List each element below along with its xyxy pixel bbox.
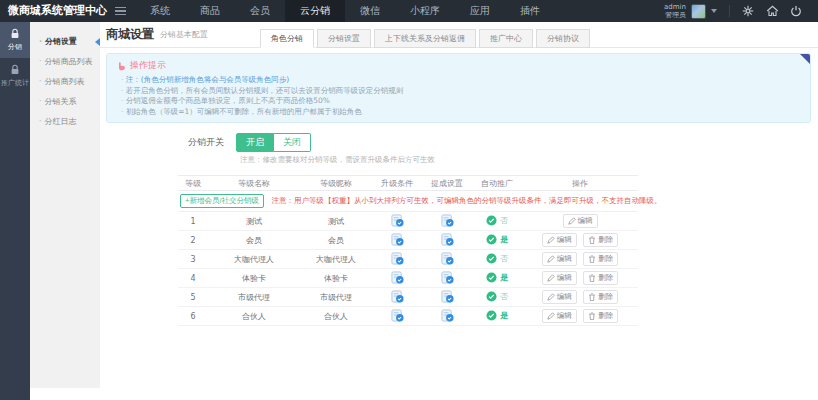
notice-line: 初始角色（等级=1）可编辑不可删除，所有新增的用户都属于初始角色 bbox=[116, 107, 801, 118]
cell-name: 市级代理 bbox=[208, 288, 300, 307]
delete-button[interactable]: 删除 bbox=[583, 309, 618, 323]
notice-title: 操作提示 bbox=[130, 59, 166, 72]
trash-icon bbox=[588, 312, 596, 320]
edit-button[interactable]: 编辑 bbox=[542, 290, 577, 304]
delete-button[interactable]: 删除 bbox=[583, 252, 618, 266]
auto-promote-status: 否 bbox=[500, 215, 508, 226]
circle-check-icon bbox=[486, 272, 497, 283]
topnav-item-distribution[interactable]: 云分销 bbox=[285, 0, 345, 22]
module-label: 推广统计 bbox=[1, 78, 29, 88]
table-row: 3 大咖代理人 大咖代理人 否 编辑 删除 bbox=[178, 250, 638, 269]
trash-icon bbox=[588, 236, 596, 244]
topnav-item-system[interactable]: 系统 bbox=[135, 0, 185, 22]
switch-on-button[interactable]: 开启 bbox=[236, 133, 274, 152]
circle-check-icon bbox=[486, 291, 497, 302]
auto-promote-status: 是 bbox=[500, 310, 508, 321]
topnav-item-wechat[interactable]: 微信 bbox=[345, 0, 395, 22]
cell-name: 会员 bbox=[208, 231, 300, 250]
sidebar-module-promo-stats[interactable]: 推广统计 bbox=[0, 58, 30, 94]
switch-label: 分销开关 bbox=[188, 136, 224, 149]
cell-name: 体验卡 bbox=[208, 269, 300, 288]
page-title: 商城设置 bbox=[106, 26, 154, 43]
topbar: 微商城系统管理中心 系统 商品 会员 云分销 微信 小程序 应用 插件 admi… bbox=[0, 0, 818, 22]
cell-name: 大咖代理人 bbox=[208, 250, 300, 269]
upgrade-condition-icon[interactable] bbox=[391, 239, 404, 248]
submenu-item-dividend-log[interactable]: 分红日志 bbox=[30, 112, 100, 132]
cell-level: 6 bbox=[178, 307, 208, 326]
delete-button[interactable]: 删除 bbox=[583, 233, 618, 247]
username: admin bbox=[664, 3, 686, 11]
lock-icon bbox=[9, 28, 21, 40]
cell-nick: 体验卡 bbox=[300, 269, 372, 288]
topnav-item-miniapp[interactable]: 小程序 bbox=[395, 0, 455, 22]
upgrade-condition-icon[interactable] bbox=[391, 315, 404, 324]
commission-setting-icon[interactable] bbox=[441, 315, 454, 324]
topnav-item-apps[interactable]: 应用 bbox=[455, 0, 505, 22]
trash-icon bbox=[588, 255, 596, 263]
edit-button[interactable]: 编辑 bbox=[542, 271, 577, 285]
commission-setting-icon[interactable] bbox=[441, 239, 454, 248]
commission-setting-icon[interactable] bbox=[441, 296, 454, 305]
cell-nick: 会员 bbox=[300, 231, 372, 250]
upgrade-condition-icon[interactable] bbox=[391, 220, 404, 229]
pencil-icon bbox=[547, 255, 555, 263]
brand-logo: 微商城系统管理中心 bbox=[0, 0, 115, 22]
edit-button[interactable]: 编辑 bbox=[563, 214, 598, 228]
col-actions: 操作 bbox=[522, 176, 638, 191]
distribution-switch-row: 分销开关 开启 关闭 bbox=[100, 133, 818, 152]
topnav-item-member[interactable]: 会员 bbox=[235, 0, 285, 22]
submenu-panel: 分销设置 分销商品列表 分销商列表 分销关系 分红日志 bbox=[30, 22, 100, 388]
commission-setting-icon[interactable] bbox=[441, 220, 454, 229]
tab-distribution-settings[interactable]: 分销设置 bbox=[317, 29, 371, 48]
avatar[interactable] bbox=[691, 4, 706, 19]
app-window: 微商城系统管理中心 系统 商品 会员 云分销 微信 小程序 应用 插件 admi… bbox=[0, 0, 818, 400]
tab-distribution-agreement[interactable]: 分销协议 bbox=[536, 29, 590, 48]
sidebar-module-distribution[interactable]: 分销 bbox=[0, 22, 30, 58]
tab-promotion-center[interactable]: 推广中心 bbox=[479, 29, 533, 48]
tab-bar: 角色分销 分销设置 上下线关系及分销返佣 推广中心 分销协议 bbox=[260, 29, 593, 48]
table-toolbar-row: +新增会员/社交分销级 注意：用户等级【权重】从小到大排列方可生效，可编辑角色的… bbox=[178, 191, 638, 212]
menu-toggle-icon[interactable] bbox=[115, 0, 135, 22]
col-auto-promote: 自动推广 bbox=[472, 176, 522, 191]
commission-setting-icon[interactable] bbox=[441, 258, 454, 267]
circle-check-icon bbox=[486, 234, 497, 245]
table-header-row: 等级 等级名称 等级昵称 升级条件 提成设置 自动推广 操作 bbox=[178, 176, 638, 191]
power-icon[interactable] bbox=[784, 0, 808, 22]
upgrade-condition-icon[interactable] bbox=[391, 277, 404, 286]
upgrade-condition-icon[interactable] bbox=[391, 258, 404, 267]
upgrade-condition-icon[interactable] bbox=[391, 296, 404, 305]
topnav-item-plugins[interactable]: 插件 bbox=[505, 0, 555, 22]
tab-upline-downline-rebate[interactable]: 上下线关系及分销返佣 bbox=[374, 29, 476, 48]
level-table: 等级 等级名称 等级昵称 升级条件 提成设置 自动推广 操作 +新增会员/社交分… bbox=[178, 175, 638, 326]
edit-button[interactable]: 编辑 bbox=[542, 233, 577, 247]
clear-cache-icon[interactable] bbox=[736, 0, 760, 22]
cell-level: 1 bbox=[178, 212, 208, 231]
add-level-button[interactable]: +新增会员/社交分销级 bbox=[180, 194, 264, 208]
corner-fold bbox=[800, 54, 810, 64]
submenu-item-distribution-settings[interactable]: 分销设置 bbox=[30, 32, 100, 52]
delete-button[interactable]: 删除 bbox=[583, 271, 618, 285]
home-icon[interactable] bbox=[760, 0, 784, 22]
submenu-item-distributor-list[interactable]: 分销商列表 bbox=[30, 72, 100, 92]
pointing-hand-icon bbox=[116, 61, 126, 71]
module-label: 分销 bbox=[8, 42, 22, 52]
trash-icon bbox=[588, 274, 596, 282]
submenu-item-distribution-relations[interactable]: 分销关系 bbox=[30, 92, 100, 112]
chevron-down-icon[interactable] bbox=[711, 9, 717, 13]
user-info: admin 管理员 bbox=[664, 3, 686, 19]
switch-off-button[interactable]: 关闭 bbox=[274, 133, 311, 152]
col-level-nick: 等级昵称 bbox=[300, 176, 372, 191]
delete-button[interactable]: 删除 bbox=[583, 290, 618, 304]
pencil-icon bbox=[568, 217, 576, 225]
commission-setting-icon[interactable] bbox=[441, 277, 454, 286]
edit-button[interactable]: 编辑 bbox=[542, 309, 577, 323]
cell-name: 测试 bbox=[208, 212, 300, 231]
cell-level: 3 bbox=[178, 250, 208, 269]
submenu-item-distribution-goods[interactable]: 分销商品列表 bbox=[30, 52, 100, 72]
topnav-item-goods[interactable]: 商品 bbox=[185, 0, 235, 22]
cell-level: 4 bbox=[178, 269, 208, 288]
edit-button[interactable]: 编辑 bbox=[542, 252, 577, 266]
page-header: 商城设置 分销基本配置 角色分销 分销设置 上下线关系及分销返佣 推广中心 分销… bbox=[100, 22, 818, 48]
circle-check-icon bbox=[486, 253, 497, 264]
tab-role-distribution[interactable]: 角色分销 bbox=[260, 29, 314, 48]
